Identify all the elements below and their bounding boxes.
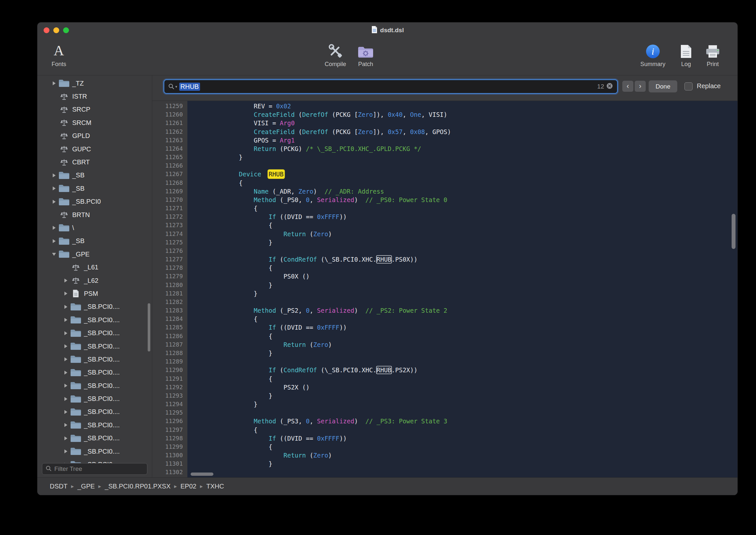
next-match-button[interactable]: ›: [634, 81, 646, 92]
breadcrumb-item[interactable]: _SB.PCI0.RP01.PXSX: [105, 483, 171, 490]
disclosure-triangle[interactable]: [50, 186, 58, 190]
compile-tools-icon: [328, 42, 343, 59]
breadcrumb-separator: ▸: [200, 483, 203, 490]
zoom-window-button[interactable]: [63, 27, 69, 33]
disclosure-triangle[interactable]: [62, 397, 70, 401]
breadcrumb-item[interactable]: DSDT: [50, 483, 68, 490]
disclosure-triangle[interactable]: [50, 200, 58, 204]
search-match-current[interactable]: RHUB: [269, 171, 284, 178]
sidebar-item-istr[interactable]: ISTR: [38, 90, 151, 103]
code-line: If (CondRefOf (\_SB.PCI0.XHC.RHUB.PS2X)): [194, 366, 738, 375]
sidebar-item-root[interactable]: \: [38, 221, 151, 234]
disclosure-triangle[interactable]: [62, 423, 70, 427]
disclosure-triangle[interactable]: [62, 344, 70, 348]
code-content[interactable]: REV = 0x02 CreateField (DerefOf (PCKG [Z…: [187, 101, 738, 477]
previous-match-button[interactable]: ‹: [622, 81, 634, 92]
search-field[interactable]: ▾ RHUB 12: [164, 79, 618, 94]
disclosure-triangle[interactable]: [50, 81, 58, 85]
sidebar-item-sbpci0[interactable]: _SB.PCI0....: [38, 392, 151, 405]
editor-horizontal-scrollbar-thumb[interactable]: [191, 472, 213, 476]
line-number: 11292: [152, 384, 187, 392]
disclosure-triangle[interactable]: [62, 371, 70, 375]
patch-button[interactable]: Patch: [353, 42, 378, 68]
sidebar-item-sbpci0[interactable]: _SB.PCI0....: [38, 353, 151, 366]
sidebar-item-tz[interactable]: _TZ: [38, 77, 151, 90]
method-icon: [58, 158, 70, 166]
sidebar-item-sbpci0[interactable]: _SB.PCI0....: [38, 300, 151, 313]
sidebar-item-srcp[interactable]: SRCP: [38, 103, 151, 116]
close-window-button[interactable]: [43, 27, 49, 33]
sidebar-item-label: SRCM: [72, 119, 92, 127]
sidebar-item-gpe[interactable]: _GPE: [38, 248, 151, 261]
replace-checkbox[interactable]: [685, 82, 692, 91]
search-match[interactable]: RHUB: [377, 366, 392, 374]
log-button[interactable]: Log: [674, 42, 698, 68]
sidebar-item-sbpci0[interactable]: _SB.PCI0....: [38, 366, 151, 379]
disclosure-triangle[interactable]: [50, 174, 58, 177]
sidebar-item-label: _SB.PCI0....: [84, 421, 120, 429]
sidebar-item-sbpci0[interactable]: _SB.PCI0....: [38, 379, 151, 392]
disclosure-triangle[interactable]: [62, 318, 70, 322]
disclosure-triangle[interactable]: [50, 226, 58, 230]
sidebar-item-sb[interactable]: _SB: [38, 182, 151, 195]
filter-tree-field[interactable]: Filter Tree: [42, 463, 148, 475]
disclosure-triangle[interactable]: [50, 239, 58, 243]
sidebar-item-l62[interactable]: _L62: [38, 274, 151, 287]
disclosure-triangle[interactable]: [62, 436, 70, 440]
sidebar-item-sbpci0[interactable]: _SB.PCI0....: [38, 313, 151, 326]
code-editor[interactable]: 1125911260112611126211263112641126511266…: [152, 100, 738, 477]
search-query-text[interactable]: RHUB: [179, 83, 201, 91]
disclosure-triangle[interactable]: [62, 292, 70, 296]
line-number: 11273: [152, 222, 187, 230]
search-menu-icon[interactable]: ▾: [168, 83, 177, 90]
search-match[interactable]: RHUB: [377, 256, 392, 263]
sidebar-item-label: _SB.PCI0....: [84, 343, 120, 350]
disclosure-triangle[interactable]: [62, 331, 70, 335]
compile-button[interactable]: Compile: [321, 42, 350, 68]
breadcrumb-item[interactable]: _GPE: [77, 483, 94, 490]
fonts-button[interactable]: A Fonts: [45, 42, 72, 68]
disclosure-triangle[interactable]: [62, 449, 70, 453]
disclosure-triangle[interactable]: [62, 305, 70, 309]
line-number: 11268: [152, 179, 187, 188]
sidebar-item-brtn[interactable]: BRTN: [38, 208, 151, 221]
sidebar-item-gpld[interactable]: GPLD: [38, 129, 151, 143]
sidebar-item-sb[interactable]: _SB: [38, 169, 151, 182]
disclosure-triangle[interactable]: [62, 410, 70, 414]
disclosure-triangle[interactable]: [62, 384, 70, 388]
symbol-tree: _TZISTRSRCPSRCMGPLDGUPCCBRT_SB_SB_SB.PCI…: [38, 77, 151, 465]
line-number: 11297: [152, 426, 187, 435]
sidebar-item-label: _SB.PCI0....: [84, 408, 120, 415]
sidebar-item-sbpci0[interactable]: _SB.PCI0....: [38, 340, 151, 353]
sidebar-item-sbpci0[interactable]: _SB.PCI0: [38, 195, 151, 208]
sidebar-scrollbar-thumb[interactable]: [148, 303, 150, 352]
sidebar-item-gupc[interactable]: GUPC: [38, 143, 151, 155]
sidebar-item-sbpci0[interactable]: _SB.PCI0....: [38, 406, 151, 418]
print-button[interactable]: Print: [700, 42, 726, 68]
sidebar-item-l61[interactable]: _L61: [38, 261, 151, 274]
sidebar-item-psm[interactable]: PSM: [38, 287, 151, 300]
sidebar-item-sb[interactable]: _SB: [38, 235, 151, 248]
sidebar-item-srcm[interactable]: SRCM: [38, 116, 151, 129]
breadcrumb-item[interactable]: EP02: [180, 483, 197, 490]
line-number: 11302: [152, 468, 187, 477]
sidebar-item-sbpci0[interactable]: _SB.PCI0....: [38, 432, 151, 445]
disclosure-triangle[interactable]: [62, 279, 70, 282]
sidebar-item-sbpci0[interactable]: _SB.PCI0....: [38, 445, 151, 458]
breadcrumb-item[interactable]: TXHC: [206, 483, 224, 490]
summary-button[interactable]: i Summary: [636, 42, 669, 68]
replace-label: Replace: [697, 82, 720, 90]
minimize-window-button[interactable]: [53, 27, 59, 33]
disclosure-triangle[interactable]: [50, 253, 58, 256]
sidebar-item-sbpci0[interactable]: _SB.PCI0....: [38, 326, 151, 339]
clear-search-icon[interactable]: [606, 82, 613, 91]
sidebar-item-sbpci0[interactable]: _SB.PCI0....: [38, 418, 151, 432]
line-number: 11279: [152, 273, 187, 281]
match-count: 12: [597, 83, 604, 90]
editor-vertical-scrollbar-thumb[interactable]: [732, 214, 736, 249]
sidebar-item-cbrt[interactable]: CBRT: [38, 155, 151, 169]
sidebar-item-label: GPLD: [72, 132, 90, 140]
disclosure-triangle[interactable]: [62, 357, 70, 361]
done-button[interactable]: Done: [649, 80, 677, 93]
titlebar[interactable]: dsdt.dsl: [38, 22, 738, 38]
